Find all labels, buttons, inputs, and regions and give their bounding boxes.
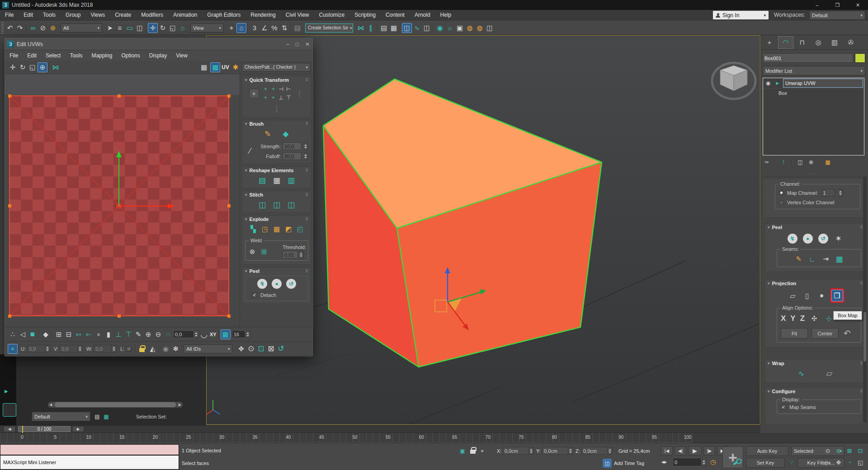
texture-list-dropdown[interactable]: CheckerPatt...( Checker ) ▾ (242, 63, 311, 72)
align-to-normal-icon[interactable]: ✣ (809, 314, 819, 324)
use-pivot-icon[interactable]: ⌖ (226, 23, 236, 33)
selection-lock-icon[interactable] (470, 450, 476, 454)
make-unique-icon[interactable]: ◫ (796, 158, 804, 166)
ribbon-toggle-icon[interactable]: ▦ (389, 23, 399, 33)
field-of-view-icon[interactable]: ▷ (824, 458, 832, 466)
shrink-selection-icon[interactable]: ⊟ (64, 329, 74, 339)
target-weld-icon[interactable]: ⊗ (247, 247, 257, 257)
dialog-titlebar[interactable]: 3 Edit UVWs – □ ✕ (5, 38, 312, 50)
v-field[interactable]: 0,0 (60, 345, 78, 352)
expand-arrow-icon[interactable]: ▶ (5, 389, 8, 394)
menu-item[interactable]: Civil View (281, 10, 314, 20)
stack-b-icon[interactable]: ▦ (102, 413, 110, 421)
snap-toggle-icon[interactable]: 3 (250, 23, 259, 33)
soft-falloff-icon[interactable]: ◌ (163, 329, 173, 339)
spherical-map-icon[interactable]: ● (817, 291, 827, 301)
modifier-unwrap-uvw[interactable]: Unwrap UVW (783, 79, 863, 88)
uv-space-button[interactable]: UV (222, 64, 229, 70)
element-mode-icon[interactable]: ◆ (41, 329, 51, 339)
u-spinner[interactable] (45, 345, 50, 352)
soft-selection-icon[interactable]: ∴ (8, 329, 18, 339)
dialog-menu-item[interactable]: Options (117, 52, 144, 59)
render-iterative-icon[interactable]: ◍ (475, 23, 485, 33)
pan-icon[interactable]: ✥ (236, 344, 246, 354)
minimize-button[interactable]: – (807, 0, 827, 10)
grid-size-spinner[interactable] (245, 330, 250, 338)
select-region-icon[interactable]: ▭ (125, 23, 135, 33)
select-and-manipulate-icon[interactable]: ⌂ (236, 23, 246, 33)
set-keys-button[interactable]: + (722, 446, 743, 468)
menu-item[interactable]: Help (435, 10, 457, 20)
menu-item[interactable]: Tools (38, 10, 61, 20)
maxscript-mini-listener[interactable]: MAXScript Mini Listener (0, 455, 179, 470)
spline-map-icon[interactable]: ∿ (797, 368, 807, 378)
dialog-menu-item[interactable]: Select (41, 52, 65, 59)
stack-a-icon[interactable]: ▤ (93, 413, 101, 421)
go-to-start-button[interactable]: |◀ (661, 446, 673, 456)
y-coordinate-field[interactable]: 0,0cm (542, 447, 568, 455)
grow-selection-icon[interactable]: ⊞ (54, 329, 64, 339)
z-spinner[interactable] (608, 447, 613, 455)
selection-set-dropdown[interactable]: Default ▾ (32, 412, 90, 421)
expand-to-seams-icon[interactable]: ▦ (835, 254, 844, 264)
bind-spacewarp-icon[interactable]: ⊕ (48, 23, 58, 33)
time-slider-handle[interactable]: 0 / 100 (18, 426, 71, 432)
rollout-header-reshape[interactable]: ▾Reshape Elements⠿ (242, 167, 311, 174)
loop-grow-icon[interactable]: ≡+ (74, 329, 84, 339)
distribute-b-icon[interactable]: ⊥ (277, 94, 285, 102)
menu-item[interactable]: File (0, 10, 19, 20)
dialog-menu-item[interactable]: File (5, 52, 23, 59)
align-h-icon[interactable]: ⊣ (277, 85, 285, 93)
rotate-tool-icon[interactable]: ↻ (158, 23, 168, 33)
select-by-name-icon[interactable]: ≡ (115, 23, 125, 33)
uv-move-icon[interactable]: ✛ (8, 62, 18, 72)
space-h-icon[interactable]: + (262, 94, 270, 102)
zoom-extents-all-icon[interactable]: ⊡ (856, 446, 864, 455)
zoom-viewport-icon[interactable]: ⊙ (824, 446, 832, 455)
rollout-header-explode[interactable]: ▾Explode⠿ (242, 216, 311, 223)
horizontal-scrollbar[interactable]: ◀ ▶ (47, 401, 183, 408)
linear-align2-icon[interactable]: ⋮ (272, 104, 282, 114)
falloff-shape-icon[interactable]: ◡ (199, 329, 209, 339)
paint-select-icon[interactable]: ✎ (133, 329, 143, 339)
w-spinner[interactable] (112, 345, 117, 352)
menu-item[interactable]: Arnold (410, 10, 435, 20)
strength-field[interactable]: 10,0 (283, 142, 302, 150)
move-tool-icon[interactable]: ✛ (148, 23, 158, 33)
window-crossing-icon[interactable]: ◫ (135, 23, 145, 33)
vertex-color-radio[interactable] (779, 200, 784, 205)
uv-freeform-icon[interactable]: ⊕ (38, 62, 47, 72)
align-icon[interactable]: ∥ (366, 23, 376, 33)
convert-edge-to-seam-icon[interactable]: ⇥ (821, 254, 831, 264)
space-v-icon[interactable]: + (269, 94, 278, 102)
previous-frame-button[interactable]: ◀ (4, 426, 15, 432)
scroll-left-icon[interactable]: ◀ (48, 403, 53, 407)
dialog-menu-item[interactable]: Edit (23, 52, 41, 59)
show-map-icon[interactable]: ▩ (210, 62, 220, 72)
grid-snap-icon[interactable]: ▦ (221, 329, 231, 339)
configure-modifier-sets-icon[interactable]: ▦ (824, 158, 832, 166)
stitch-average-icon[interactable]: ◫ (272, 200, 282, 210)
dialog-menu-item[interactable]: View (171, 52, 192, 59)
dialog-menu-item[interactable]: Tools (65, 52, 87, 59)
flatten-polygons-icon[interactable]: ▦ (272, 224, 282, 234)
tab-motion[interactable]: ◎ (811, 36, 826, 49)
peel-mode-icon[interactable]: ● (803, 234, 813, 244)
uv-scale-icon[interactable]: ◱ (28, 62, 38, 72)
zoom-icon[interactable]: ⊙ (246, 344, 256, 354)
w-field[interactable]: 0,0 (94, 345, 112, 352)
uv-edit-canvas[interactable] (5, 74, 240, 327)
peel-mode-icon[interactable]: ● (272, 279, 282, 289)
restore-button[interactable]: ❐ (827, 0, 848, 10)
stitch-source-icon[interactable]: ◫ (286, 200, 296, 210)
rollout-header-brush[interactable]: ▾Brush⠿ (242, 120, 311, 127)
rollout-header-projection[interactable]: ▾Projection⠿ (765, 280, 866, 287)
threshold-spinner[interactable] (299, 251, 304, 258)
uv-mirror-icon[interactable]: ⋈ (51, 62, 61, 72)
maximize-viewport-icon[interactable]: ◱ (856, 458, 864, 466)
align-left-icon[interactable]: + (262, 85, 270, 93)
zoom-region-icon[interactable]: ⊡ (256, 344, 266, 354)
cylindrical-map-icon[interactable]: ▯ (802, 291, 812, 301)
soft-selection-spinner[interactable] (194, 330, 199, 338)
play-button[interactable]: ▶ (688, 446, 702, 456)
